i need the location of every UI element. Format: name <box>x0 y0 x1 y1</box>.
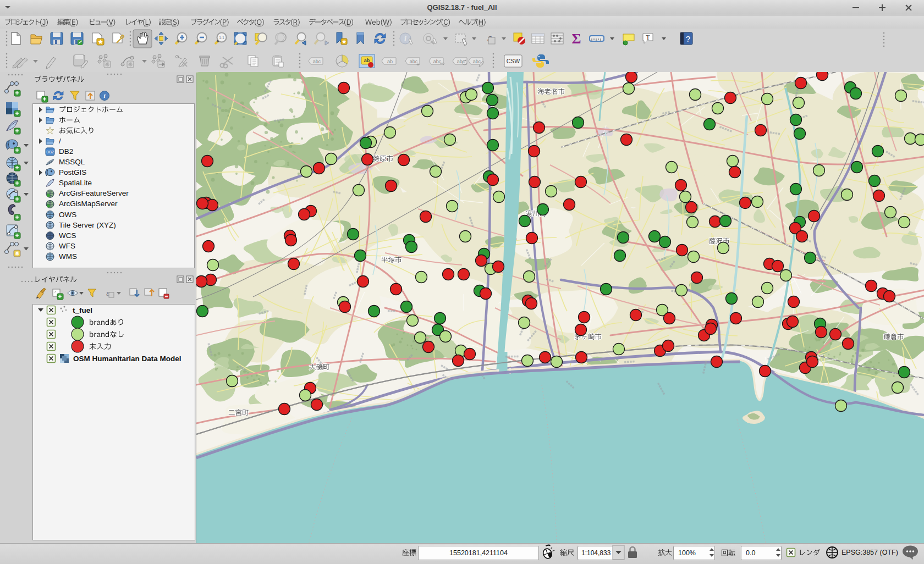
svg-text:T: T <box>646 34 650 41</box>
svg-text:ab: ab <box>364 58 370 63</box>
svg-text:Σ: Σ <box>572 31 581 47</box>
svg-text:1:1: 1:1 <box>219 36 224 40</box>
svg-text:abc: abc <box>457 59 465 64</box>
svg-text:?: ? <box>686 34 690 43</box>
svg-text:CSW: CSW <box>507 58 520 64</box>
svg-text:abc: abc <box>473 59 481 64</box>
svg-text:abc: abc <box>313 59 321 64</box>
svg-text:abc: abc <box>410 59 418 64</box>
svg-text:DB2: DB2 <box>46 150 54 154</box>
svg-text:i: i <box>404 35 406 43</box>
svg-text:ab: ab <box>387 59 393 64</box>
